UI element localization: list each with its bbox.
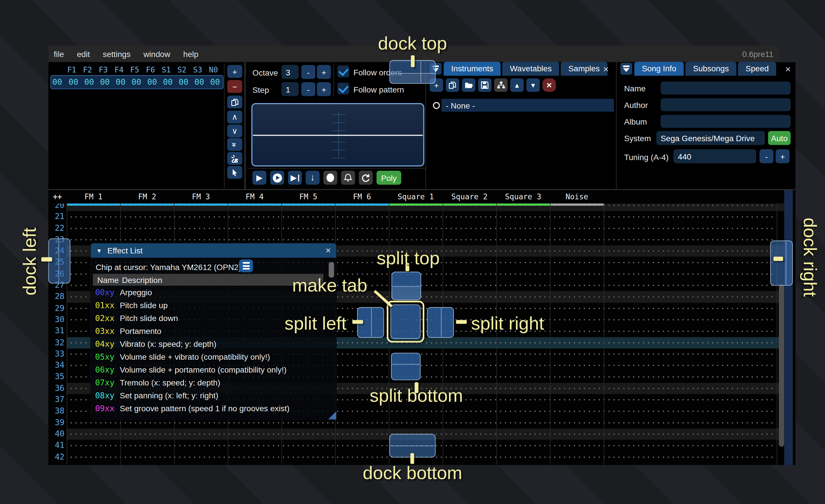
tab[interactable]: Subsongs [685, 62, 737, 76]
play-button[interactable]: ▶ [252, 171, 267, 185]
order-move-down-button[interactable]: ∨ [227, 124, 242, 138]
panel-collapse-button[interactable] [620, 63, 632, 74]
instrument-save-button[interactable] [478, 78, 492, 92]
repeat-pattern-button[interactable] [359, 171, 373, 185]
menu-item[interactable]: help [183, 49, 199, 59]
channel-header[interactable]: FM 6 [335, 190, 389, 203]
menu-item[interactable]: settings [103, 49, 131, 59]
effect-description: Portamento [120, 325, 161, 338]
poly-toggle-button[interactable]: Poly [376, 171, 401, 185]
order-add-button[interactable]: + [227, 65, 242, 78]
channel-separator [497, 203, 497, 465]
tuning-increase-button[interactable]: + [776, 149, 790, 163]
effect-description: Arpeggio [120, 286, 152, 299]
step-decrease-button[interactable]: - [301, 82, 315, 96]
play-to-cursor-button[interactable]: ▶ [288, 171, 302, 185]
close-panel-icon[interactable]: × [782, 63, 794, 75]
instrument-move-down-button[interactable]: ▼ [527, 78, 540, 92]
follow-pattern-label[interactable]: Follow pattern [354, 85, 404, 94]
dock-bottom-label: dock bottom [363, 462, 462, 483]
effect-list-titlebar[interactable]: ▼ Effect List × [91, 243, 336, 258]
channel-header[interactable]: FM 5 [282, 190, 335, 203]
order-cell[interactable]: 00 [97, 77, 113, 87]
channel-header[interactable]: Square 3 [497, 190, 550, 203]
order-cell[interactable]: 00 [113, 77, 129, 87]
add-channel-button[interactable]: ++ [49, 190, 67, 203]
tab[interactable]: Wavetables [503, 62, 559, 76]
order-duplicate-button[interactable] [227, 96, 242, 108]
system-auto-button[interactable]: Auto [768, 131, 791, 145]
window-resize-grip[interactable] [328, 411, 336, 419]
instrument-delete-button[interactable]: × [542, 78, 556, 92]
empty-pattern-cells[interactable] [69, 223, 776, 234]
order-cell[interactable]: 00 [66, 77, 81, 87]
instrument-duplicate-button[interactable] [446, 78, 459, 92]
dock-right-target[interactable] [770, 241, 793, 286]
tab[interactable]: Speed [738, 62, 776, 76]
tab[interactable]: Song Info [634, 62, 684, 76]
instruments-tab-bar: InstrumentsWavetablesSamples [444, 62, 607, 76]
pattern-scrollbar-thumb[interactable] [779, 284, 784, 447]
order-deep-clone-button[interactable] [227, 152, 242, 165]
song-info-tab-bar: Song InfoSubsongsSpeed [634, 62, 776, 76]
order-cell[interactable]: 00 [160, 77, 175, 87]
order-cell[interactable]: 00 [192, 77, 207, 87]
octave-decrease-button[interactable]: - [301, 65, 315, 79]
collapse-window-icon[interactable]: ▼ [96, 247, 102, 254]
order-duplicate-end-button[interactable]: » [227, 138, 242, 151]
order-cell[interactable]: 00 [81, 77, 97, 87]
effect-description: Tremolo (x: speed; y: depth) [120, 376, 220, 389]
octave-increase-button[interactable]: + [317, 65, 331, 79]
order-cell[interactable]: 00 [129, 77, 144, 87]
octave-input[interactable]: 3 [282, 65, 299, 79]
pattern-row[interactable]: 21 [49, 211, 796, 223]
tuning-decrease-button[interactable]: - [759, 149, 773, 163]
pattern-row[interactable]: 22 [49, 223, 796, 234]
orders-selected-row[interactable]: 00 00000000000000000000 [51, 75, 223, 89]
instrument-move-up-button[interactable]: ▲ [510, 78, 524, 92]
split-right-target[interactable] [427, 307, 454, 338]
channel-header[interactable]: FM 4 [228, 190, 282, 203]
tuning-input[interactable]: 440 [673, 149, 756, 163]
author-input[interactable] [661, 98, 791, 111]
channel-header[interactable]: FM 1 [67, 190, 121, 203]
close-panel-icon[interactable]: × [600, 63, 612, 75]
menu-item[interactable]: window [144, 49, 170, 59]
album-input[interactable] [661, 115, 791, 128]
system-input[interactable]: Sega Genesis/Mega Drive [656, 131, 765, 145]
step-increase-button[interactable]: + [317, 82, 331, 96]
menu-item[interactable]: file [54, 49, 64, 59]
channel-header[interactable]: FM 2 [120, 190, 174, 203]
close-window-icon[interactable]: × [325, 245, 331, 256]
follow-orders-checkbox[interactable] [338, 66, 349, 77]
instrument-list-item[interactable]: - None - [441, 99, 614, 112]
play-from-cursor-button[interactable] [270, 171, 284, 185]
effect-code: 09xx [95, 402, 115, 415]
channel-header[interactable]: Square 2 [443, 190, 497, 203]
order-move-up-button[interactable]: ∧ [227, 110, 242, 123]
tab[interactable]: Instruments [444, 62, 501, 76]
instrument-tree-view-button[interactable] [494, 78, 508, 92]
split-top-target[interactable] [392, 272, 421, 300]
order-select-mode-button[interactable] [227, 166, 242, 179]
record-button[interactable] [323, 171, 338, 185]
step-input[interactable]: 1 [282, 82, 299, 96]
effect-list-menu-button[interactable] [239, 259, 253, 272]
metronome-button[interactable] [341, 171, 355, 185]
follow-pattern-checkbox[interactable] [338, 83, 349, 94]
instrument-open-button[interactable] [462, 78, 475, 92]
order-remove-button[interactable]: − [227, 80, 242, 93]
menu-item[interactable]: edit [77, 49, 90, 59]
name-input[interactable] [661, 82, 791, 94]
split-bottom-target[interactable] [391, 353, 421, 380]
order-cell[interactable]: 00 [175, 77, 192, 87]
empty-pattern-cells[interactable] [69, 211, 776, 223]
order-cell[interactable]: 00 [207, 77, 223, 87]
order-cell[interactable]: 00 [144, 77, 160, 87]
channel-header[interactable]: Square 1 [389, 190, 443, 203]
order-cells[interactable]: 00000000000000000000 [66, 77, 223, 87]
step-row-button[interactable]: ↓ [306, 171, 320, 185]
channel-header[interactable]: FM 3 [174, 190, 228, 203]
channel-headers: FM 1FM 2FM 3FM 4FM 5FM 6Square 1Square 2… [67, 190, 604, 203]
channel-header[interactable]: Noise [550, 190, 604, 203]
